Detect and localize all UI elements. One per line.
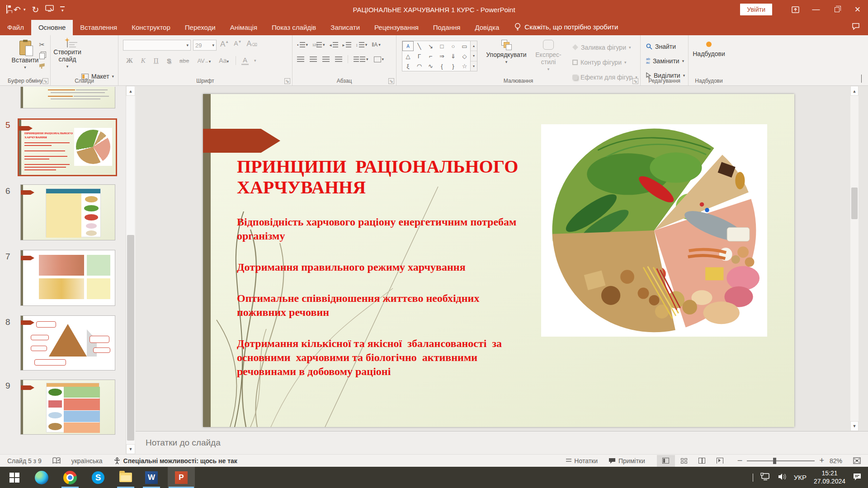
notes-toggle-button[interactable]: Нотатки [561, 455, 603, 467]
comments-toggle-button[interactable]: Примітки [603, 455, 651, 467]
change-case-button[interactable]: Aa▾ [217, 57, 230, 64]
fit-to-window-icon[interactable] [848, 455, 868, 467]
thumbnail-scrollbar-thumb[interactable] [127, 235, 134, 441]
shape-elbow-arrow[interactable]: ⌐ [425, 51, 436, 61]
thumbnail-slide-7[interactable] [20, 250, 115, 306]
shape-oval[interactable]: ○ [448, 41, 459, 51]
bullets-button[interactable]: •▾ [297, 42, 308, 47]
format-painter-icon[interactable] [39, 63, 45, 69]
food-plate-image[interactable] [541, 124, 767, 337]
grow-font-icon[interactable]: А▲ [219, 40, 230, 51]
decrease-indent-button[interactable]: ◂ [330, 42, 338, 47]
taskbar-chrome-icon[interactable] [59, 467, 81, 488]
drawing-dialog-launcher[interactable]: ⇘ [632, 78, 638, 84]
font-name-combobox[interactable]: ▾ [123, 40, 191, 51]
tab-file[interactable]: Файл [0, 20, 31, 35]
shape-textbox[interactable]: A [402, 41, 414, 51]
shapes-scroll-down-icon[interactable]: ▾ [471, 51, 477, 61]
customize-qat-icon[interactable]: ▾ [60, 6, 65, 13]
shape-arc[interactable]: ◠ [414, 61, 425, 71]
replace-button[interactable]: abac Замінити▾ [646, 55, 686, 66]
zoom-in-icon[interactable]: + [819, 456, 824, 465]
columns-button[interactable]: ▾ [354, 56, 368, 62]
sign-in-button[interactable]: Увійти [740, 4, 772, 15]
font-size-input[interactable] [195, 42, 209, 49]
save-icon[interactable] [6, 5, 7, 14]
thumbnail-slide-9[interactable] [20, 380, 115, 435]
underline-button[interactable]: П [152, 57, 160, 65]
bold-button[interactable]: Ж [125, 57, 134, 65]
align-right-button[interactable] [322, 56, 330, 62]
align-center-button[interactable] [310, 56, 317, 62]
notes-pane[interactable]: Нотатки до слайда [136, 431, 868, 454]
copy-icon[interactable] [39, 53, 45, 59]
convert-smartart-button[interactable]: ▾ [374, 56, 384, 62]
character-spacing-button[interactable]: AV↔▾ [196, 57, 212, 64]
line-spacing-button[interactable]: ↕▾ [356, 42, 368, 47]
new-slide-button[interactable]: Створити слайд ▾ [52, 38, 82, 69]
accessibility-status[interactable]: Спеціальні можливості: щось не так [108, 455, 243, 467]
taskbar-skype-icon[interactable]: S [87, 467, 109, 488]
canvas-scroll-up-icon[interactable]: ▲ [850, 86, 859, 96]
zoom-out-icon[interactable]: − [729, 455, 743, 466]
restore-button[interactable] [826, 0, 847, 19]
taskbar-powerpoint-icon[interactable]: P [168, 467, 195, 488]
clipboard-dialog-launcher[interactable]: ⇘ [42, 78, 48, 84]
thumbnail-slide-4-partial[interactable] [20, 87, 115, 108]
shape-fill-button[interactable]: Заливка фігури▾ [572, 42, 637, 53]
numbering-button[interactable]: 123▾ [312, 42, 325, 47]
align-left-button[interactable] [297, 56, 304, 62]
canvas-scroll-down-icon[interactable]: ▼ [850, 421, 859, 431]
justify-button[interactable] [335, 56, 342, 62]
thumbnail-scroll-down-icon[interactable]: ▼ [126, 444, 135, 454]
taskbar-explorer-icon[interactable] [115, 467, 137, 488]
tab-help[interactable]: Довідка [467, 20, 506, 35]
shape-rectangle[interactable]: □ [436, 41, 448, 51]
notification-center-icon[interactable] [853, 473, 862, 483]
text-direction-button[interactable]: ‖A▾ [372, 42, 381, 48]
network-icon[interactable] [760, 473, 770, 483]
tab-record[interactable]: Записати [323, 20, 367, 35]
tab-insert[interactable]: Вставлення [73, 20, 124, 35]
slide-sorter-view-button[interactable] [675, 455, 693, 467]
text-shadow-button[interactable]: S [165, 57, 173, 65]
paste-button[interactable]: Вставити ▾ [11, 39, 39, 70]
undo-icon[interactable]: ↶ [14, 5, 21, 15]
slideshow-view-button[interactable] [711, 455, 729, 467]
language-indicator[interactable]: українська [66, 455, 108, 467]
normal-view-button[interactable] [657, 455, 675, 467]
shape-elbow-connector[interactable]: Γ [414, 51, 425, 61]
strikethrough-button[interactable]: abe [178, 57, 191, 64]
shape-right-arrow[interactable]: ⇒ [436, 51, 448, 61]
tab-design[interactable]: Конструктор [124, 20, 178, 35]
shape-arrow-line[interactable]: ↘ [425, 41, 436, 51]
shape-outline-button[interactable]: Контур фігури▾ [572, 56, 637, 68]
arrange-button[interactable]: Упорядкувати ▾ [484, 38, 529, 64]
start-button[interactable] [4, 467, 25, 488]
start-slideshow-icon[interactable] [45, 5, 54, 14]
thumbnail-slide-6[interactable] [20, 184, 115, 240]
zoom-slider-thumb[interactable] [773, 458, 776, 464]
volume-icon[interactable] [778, 473, 787, 482]
taskbar-edge-icon[interactable] [31, 467, 52, 488]
collapse-ribbon-icon[interactable] [861, 75, 862, 83]
font-color-button[interactable]: А [241, 56, 249, 65]
thumbnail-scrollbar[interactable]: ▲ ▼ [126, 86, 135, 454]
tab-slideshow[interactable]: Показ слайдів [264, 20, 323, 35]
font-size-combobox[interactable]: ▾ [193, 40, 217, 51]
shape-down-arrow[interactable]: ⇓ [448, 51, 459, 61]
font-dialog-launcher[interactable]: ⇘ [284, 78, 290, 84]
find-button[interactable]: Знайти [646, 41, 686, 52]
taskbar-word-icon[interactable]: W [141, 467, 162, 488]
shape-freeform[interactable]: ξ [402, 61, 414, 71]
quick-styles-button[interactable]: Експрес-стилі ▾ [529, 38, 568, 72]
cut-icon[interactable]: ✂ [39, 41, 45, 49]
shape-left-brace[interactable]: { [436, 61, 448, 71]
shrink-font-icon[interactable]: А▼ [232, 40, 243, 51]
clear-formatting-icon[interactable]: А⌫ [245, 40, 259, 51]
comments-icon[interactable] [852, 23, 860, 35]
shape-triangle[interactable]: △ [402, 51, 414, 61]
slide-editor[interactable]: ПРИНЦИПИ РАЦІОНАЛЬНОГО ХАРЧУВАННЯ Відпов… [203, 94, 794, 427]
minimize-button[interactable]: — [806, 0, 826, 19]
accessibility-checker-icon[interactable] [47, 455, 66, 467]
